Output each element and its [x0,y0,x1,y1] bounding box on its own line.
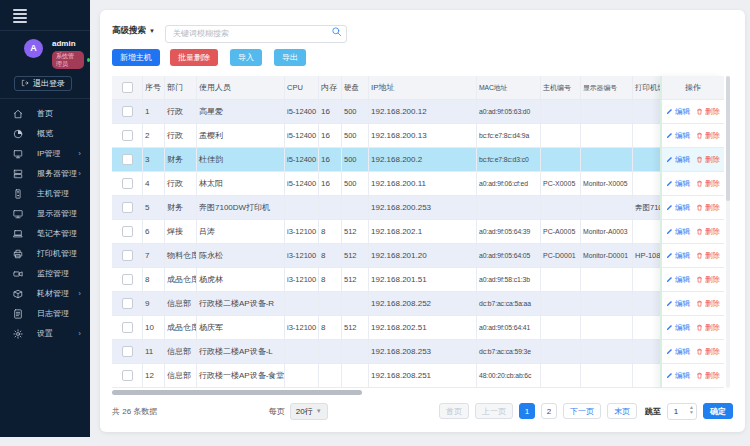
page-button-2[interactable]: 2 [541,403,557,419]
cell-disk [342,196,369,219]
table-row[interactable]: 2 行政 孟樱利 i5-12400 16 500 192.168.200.13 … [112,124,660,148]
row-checkbox[interactable] [122,274,133,285]
row-checkbox[interactable] [122,154,133,165]
table-row[interactable]: 6 焊接 吕涛 i3-12100 8 512 192.168.202.1 a0:… [112,220,660,244]
cell-cpu [285,196,319,219]
search-input[interactable] [165,25,347,43]
cell-mac: a0:ad:9f:05:64:05 [477,244,541,267]
page-button-1[interactable]: 1 [519,403,535,419]
last-page-button[interactable]: 末页 [607,403,637,419]
table-row[interactable]: 3 财务 杜佳韵 i5-12400 16 500 192.168.200.2 b… [112,148,660,172]
sidebar-item-consumables[interactable]: 耗材管理 › [0,284,90,304]
cell-monitor-no [581,316,633,339]
row-checkbox[interactable] [122,322,133,333]
row-checkbox[interactable] [122,106,133,117]
delete-button[interactable]: 删除 [696,131,720,141]
batch-delete-button[interactable]: 批量删除 [170,49,218,66]
delete-button[interactable]: 删除 [696,275,720,285]
row-checkbox[interactable] [122,346,133,357]
sidebar-item-home[interactable]: 首页 › [0,104,90,124]
row-checkbox[interactable] [122,370,133,381]
edit-button[interactable]: 编辑 [666,347,690,357]
edit-button[interactable]: 编辑 [666,227,690,237]
edit-button[interactable]: 编辑 [666,275,690,285]
confirm-jump-button[interactable]: 确定 [703,403,733,419]
menu-toggle-button[interactable] [13,9,27,23]
sidebar-item-monitor[interactable]: 显示器管理 › [0,204,90,224]
delete-button[interactable]: 删除 [696,155,720,165]
import-button[interactable]: 导入 [230,49,262,66]
cell-mac: a0:ad:9f:06:cf:ed [477,172,541,195]
step-down-icon[interactable]: ▼ [689,410,694,415]
edit-button[interactable]: 编辑 [666,155,690,165]
vertical-scrollbar[interactable] [726,76,730,388]
edit-button[interactable]: 编辑 [666,131,690,141]
edit-button[interactable]: 编辑 [666,107,690,117]
edit-button[interactable]: 编辑 [666,299,690,309]
cell-no: 8 [143,268,165,291]
cell-disk: 512 [342,220,369,243]
edit-button[interactable]: 编辑 [666,323,690,333]
cell-monitor-no: Monitor-X0005 [581,172,633,195]
row-checkbox[interactable] [122,130,133,141]
cell-department: 成品仓库 [165,316,197,339]
sidebar-item-surveillance[interactable]: 监控管理 › [0,264,90,284]
table-row[interactable]: 12 信息部 行政楼一楼AP设备-食堂 192.168.208.251 48:0… [112,364,660,388]
table-row[interactable]: 8 成品仓库 杨虎林 i3-12100 8 512 192.168.201.51… [112,268,660,292]
row-checkbox[interactable] [122,202,133,213]
cell-user: 行政楼一楼AP设备-食堂 [197,364,285,387]
sidebar-item-laptop[interactable]: 笔记本管理 › [0,224,90,244]
select-all-checkbox[interactable] [122,82,133,93]
sidebar-item-logs[interactable]: 日志管理 › [0,304,90,324]
table-row[interactable]: 7 物料仓库 陈永松 i3-12100 8 512 192.168.201.20… [112,244,660,268]
delete-button[interactable]: 删除 [696,347,720,357]
sidebar-item-overview[interactable]: 概览 › [0,124,90,144]
table-row[interactable]: 11 信息部 行政楼二楼AP设备-L 192.168.208.253 dc:b7… [112,340,660,364]
row-checkbox[interactable] [122,298,133,309]
cell-no: 10 [143,316,165,339]
table-row[interactable]: 9 信息部 行政楼二楼AP设备-R 192.168.208.252 dc:b7:… [112,292,660,316]
edit-button[interactable]: 编辑 [666,179,690,189]
cell-mac: bc:fc:e7:8c:d3:c0 [477,148,541,171]
operations-row: 编辑 删除 [662,196,724,220]
jump-page-input[interactable] [668,407,684,416]
sidebar-item-printer[interactable]: 打印机管理 › [0,244,90,264]
delete-button[interactable]: 删除 [696,371,720,381]
cell-cpu: i5-12400 [285,124,319,147]
cell-user: 孟樱利 [197,124,285,147]
advanced-search-toggle[interactable]: 高级搜索 ▼ [112,25,155,37]
delete-button[interactable]: 删除 [696,107,720,117]
table-row[interactable]: 10 成品仓库 杨庆军 i3-12100 8 512 192.168.202.5… [112,316,660,340]
sidebar-item-settings[interactable]: 设置 › [0,324,90,344]
edit-button[interactable]: 编辑 [666,203,690,213]
edit-button[interactable]: 编辑 [666,371,690,381]
sidebar-item-ip[interactable]: IP管理 › [0,144,90,164]
next-page-button[interactable]: 下一页 [563,403,601,419]
search-icon[interactable] [331,26,342,37]
table-row[interactable]: 1 行政 高星爱 i5-12400 16 500 192.168.200.12 … [112,100,660,124]
sidebar-item-host[interactable]: 主机管理 › [0,184,90,204]
table-row[interactable]: 5 财务 奔图7100DW打印机 192.168.200.253 奔图710 [112,196,660,220]
horizontal-scrollbar[interactable] [112,390,660,395]
export-button[interactable]: 导出 [274,49,306,66]
delete-button[interactable]: 删除 [696,203,720,213]
stepper-arrows[interactable]: ▲▼ [689,405,694,415]
table-row[interactable]: 4 行政 林太阳 i5-12400 16 500 192.168.200.11 … [112,172,660,196]
row-checkbox[interactable] [122,250,133,261]
row-checkbox[interactable] [122,226,133,237]
sidebar-item-server[interactable]: 服务器管理 › [0,164,90,184]
add-host-button[interactable]: 新增主机 [112,49,160,66]
prev-page-button[interactable]: 上一页 [475,403,513,419]
delete-button[interactable]: 删除 [696,323,720,333]
delete-button[interactable]: 删除 [696,179,720,189]
per-page-select[interactable]: 20行 ▼ [290,403,328,420]
delete-button[interactable]: 删除 [696,299,720,309]
edit-button[interactable]: 编辑 [666,251,690,261]
horizontal-scrollbar-thumb[interactable] [112,390,362,395]
vertical-scrollbar-thumb[interactable] [726,76,730,201]
logout-button[interactable]: 退出登录 [14,76,72,91]
first-page-button[interactable]: 首页 [439,403,469,419]
row-checkbox[interactable] [122,178,133,189]
delete-button[interactable]: 删除 [696,227,720,237]
delete-button[interactable]: 删除 [696,251,720,261]
